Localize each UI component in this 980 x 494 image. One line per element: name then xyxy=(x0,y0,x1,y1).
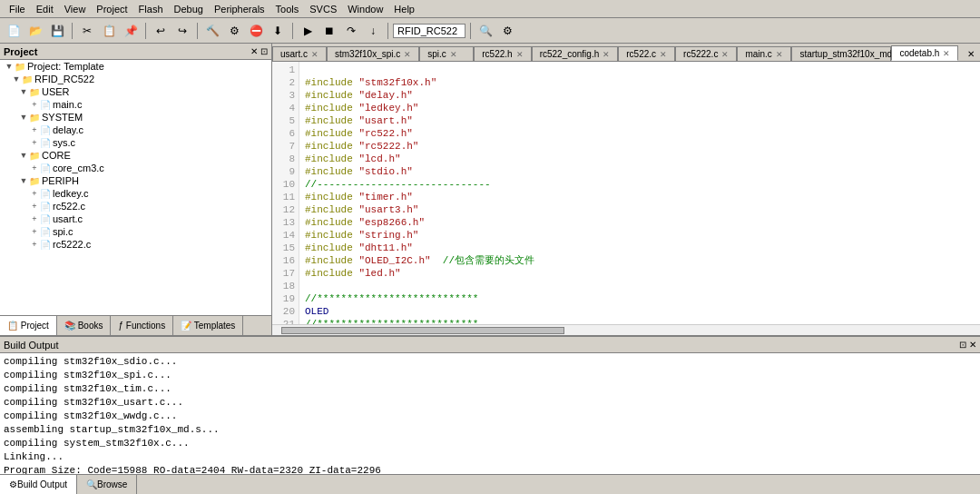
tree-item-rfid[interactable]: ▼ 📁 RFID_RC522 xyxy=(0,73,271,85)
expand-rc522[interactable]: + xyxy=(29,202,40,211)
project-tree[interactable]: ▼ 📁 Project: Template ▼ 📁 RFID_RC522 ▼ 📁 xyxy=(0,60,271,315)
panel-close-icon[interactable]: ✕ ⊡ xyxy=(250,46,268,56)
tree-item-system[interactable]: ▼ 📁 SYSTEM xyxy=(0,111,271,124)
bottom-tab-browse[interactable]: 🔍 Browse xyxy=(77,475,137,494)
line-num: 5 xyxy=(272,114,295,127)
menu-file[interactable]: File xyxy=(4,2,31,16)
build-line: compiling stm32f10x_wwdg.c... xyxy=(4,410,976,423)
toolbar-undo[interactable]: ↩ xyxy=(151,21,171,41)
tree-item-ledkey[interactable]: + 📄 ledkey.c xyxy=(0,187,271,200)
editor-tab-rc5222c[interactable]: rc5222.c ✕ xyxy=(675,46,737,61)
tree-item-root[interactable]: ▼ 📁 Project: Template xyxy=(0,60,271,73)
expand-periph[interactable]: ▼ xyxy=(18,176,29,185)
expand-user[interactable]: ▼ xyxy=(18,87,29,96)
expand-main-c[interactable]: + xyxy=(29,100,40,109)
expand-delay[interactable]: + xyxy=(29,125,40,134)
expand-core[interactable]: ▼ xyxy=(18,151,29,160)
toolbar-build[interactable]: 🔨 xyxy=(202,21,222,41)
code-editor[interactable]: 1 2 3 4 5 6 7 8 9 10 11 12 13 14 15 16 1 xyxy=(272,62,980,324)
editor-tab-codetab[interactable]: codetab.h ✕ xyxy=(891,45,958,61)
tree-item-delay[interactable]: + 📄 delay.c xyxy=(0,124,271,136)
tree-item-main-c[interactable]: + 📄 main.c xyxy=(0,98,271,111)
bottom-tab-build[interactable]: ⚙ Build Output xyxy=(0,475,77,494)
tree-item-rc5222-tree[interactable]: + 📄 rc5222.c xyxy=(0,238,271,251)
panel-controls[interactable]: ⊡ ✕ xyxy=(959,340,976,350)
toolbar-open[interactable]: 📂 xyxy=(25,21,45,41)
build-icon: ⚙ xyxy=(9,479,17,489)
editor-tab-rc522h[interactable]: rc522.h ✕ xyxy=(474,46,531,61)
left-tab-project[interactable]: 📋 Project xyxy=(0,316,57,335)
code-content[interactable]: #include "stm32f10x.h" #include "delay.h… xyxy=(299,62,980,324)
toolbar-new[interactable]: 📄 xyxy=(4,21,24,41)
tree-label-core: CORE xyxy=(42,150,71,161)
toolbar-debug-start[interactable]: ▶ xyxy=(298,21,318,41)
expand-root[interactable]: ▼ xyxy=(4,62,15,71)
left-tab-books[interactable]: 📚 Books xyxy=(57,316,112,335)
editor-tab-usart[interactable]: usart.c ✕ xyxy=(272,46,327,61)
tab-close-rc522c[interactable]: ✕ xyxy=(660,50,667,59)
tree-item-sys[interactable]: + 📄 sys.c xyxy=(0,136,271,149)
toolbar-stop[interactable]: ⛔ xyxy=(246,21,266,41)
build-output-title: Build Output xyxy=(4,340,59,351)
hscrollbar-thumb[interactable] xyxy=(281,327,564,334)
tree-item-usart-tree[interactable]: + 📄 usart.c xyxy=(0,212,271,225)
toolbar-download[interactable]: ⬇ xyxy=(268,21,288,41)
toolbar-paste[interactable]: 📌 xyxy=(121,21,141,41)
editor-tab-spi[interactable]: spi.c ✕ xyxy=(419,46,474,61)
tab-close-mainc[interactable]: ✕ xyxy=(776,50,783,59)
tree-item-user[interactable]: ▼ 📁 USER xyxy=(0,85,271,98)
tree-item-rc522[interactable]: + 📄 rc522.c xyxy=(0,200,271,212)
menu-tools[interactable]: Tools xyxy=(270,2,305,16)
menu-peripherals[interactable]: Peripherals xyxy=(209,2,270,16)
menu-help[interactable]: Help xyxy=(388,2,420,16)
editor-tab-rc522config[interactable]: rc522_config.h ✕ xyxy=(532,46,619,61)
menu-project[interactable]: Project xyxy=(91,2,132,16)
toolbar-debug-stop[interactable]: ⏹ xyxy=(319,21,339,41)
expand-usart[interactable]: + xyxy=(29,214,40,223)
left-tab-templates[interactable]: 📝 Templates xyxy=(173,316,243,335)
expand-ledkey[interactable]: + xyxy=(29,189,40,198)
tree-item-core[interactable]: ▼ 📁 CORE xyxy=(0,149,271,162)
toolbar-step-over[interactable]: ↷ xyxy=(341,21,361,41)
toolbar-save[interactable]: 💾 xyxy=(47,21,67,41)
toolbar-sep5 xyxy=(387,23,388,39)
editor-tab-spi-stm[interactable]: stm32f10x_spi.c ✕ xyxy=(327,46,419,61)
editor-tab-mainc[interactable]: main.c ✕ xyxy=(737,46,791,61)
expand-system[interactable]: ▼ xyxy=(18,113,29,122)
toolbar-cut[interactable]: ✂ xyxy=(77,21,97,41)
menu-edit[interactable]: Edit xyxy=(31,2,59,16)
tab-close-rc5222c[interactable]: ✕ xyxy=(721,50,729,59)
toolbar-redo[interactable]: ↪ xyxy=(172,21,192,41)
tab-close-usart[interactable]: ✕ xyxy=(311,50,318,59)
menu-window[interactable]: Window xyxy=(342,2,388,16)
toolbar-find[interactable]: 🔍 xyxy=(475,21,495,41)
editor-tab-startup[interactable]: startup_stm32f10x_md.s ✕ xyxy=(791,46,891,61)
tab-label-rc522config: rc522_config.h xyxy=(540,49,600,59)
expand-rc5222[interactable]: + xyxy=(29,240,40,249)
tab-close-rc522config[interactable]: ✕ xyxy=(603,50,610,59)
menu-debug[interactable]: Debug xyxy=(169,2,209,16)
tab-close-spi[interactable]: ✕ xyxy=(450,50,457,59)
tab-close-spi-stm[interactable]: ✕ xyxy=(404,50,411,59)
tree-item-core-cm3[interactable]: + 📄 core_cm3.c xyxy=(0,162,271,174)
menu-svcs[interactable]: SVCS xyxy=(304,2,342,16)
toolbar-settings[interactable]: ⚙ xyxy=(497,21,517,41)
tab-close-codetab[interactable]: ✕ xyxy=(943,49,950,58)
toolbar-rebuild[interactable]: ⚙ xyxy=(224,21,244,41)
expand-rfid[interactable]: ▼ xyxy=(11,74,22,84)
toolbar-sep4 xyxy=(292,23,293,39)
tab-close-panel[interactable]: ✕ xyxy=(962,47,980,61)
toolbar-step-into[interactable]: ↓ xyxy=(363,21,383,41)
expand-spi[interactable]: + xyxy=(29,227,40,236)
menu-flash[interactable]: Flash xyxy=(133,2,169,16)
tab-close-rc522h[interactable]: ✕ xyxy=(516,50,524,59)
toolbar-copy[interactable]: 📋 xyxy=(99,21,119,41)
expand-core-cm3[interactable]: + xyxy=(29,163,40,173)
expand-sys[interactable]: + xyxy=(29,138,40,147)
tree-item-spi-tree[interactable]: + 📄 spi.c xyxy=(0,225,271,238)
editor-tab-rc522c[interactable]: rc522.c ✕ xyxy=(618,46,675,61)
menu-view[interactable]: View xyxy=(59,2,92,16)
left-tab-functions[interactable]: ƒ Functions xyxy=(111,316,173,335)
tree-item-periph[interactable]: ▼ 📁 PERIPH xyxy=(0,174,271,187)
editor-hscrollbar[interactable] xyxy=(272,324,980,335)
